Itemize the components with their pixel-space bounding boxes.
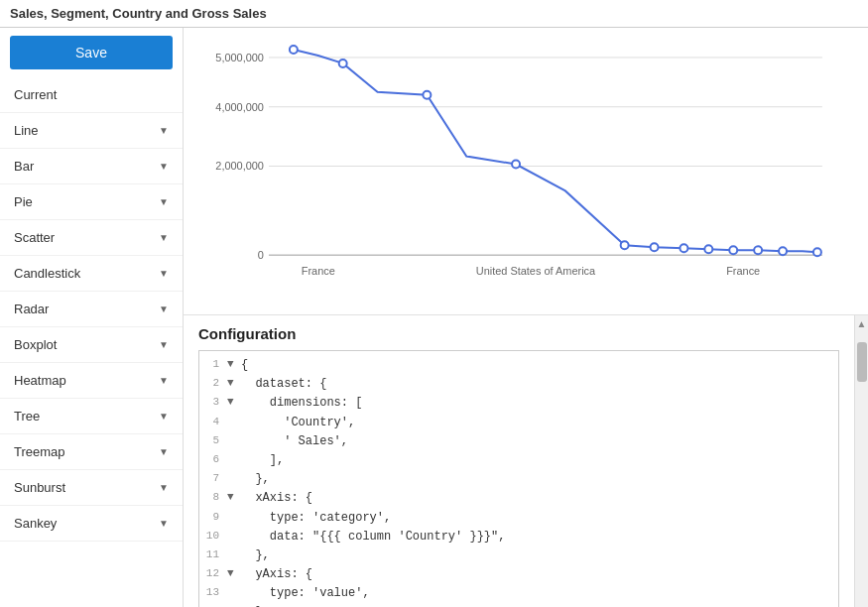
sidebar-item-label: Treemap [14,444,65,459]
svg-text:2,000,000: 2,000,000 [215,161,264,173]
sidebar-item-bar[interactable]: Bar▼ [0,149,183,184]
chevron-down-icon: ▼ [159,161,169,172]
chevron-down-icon: ▼ [159,196,169,207]
config-title: Configuration [198,325,839,342]
svg-point-15 [512,161,520,169]
sidebar-item-tree[interactable]: Tree▼ [0,399,183,434]
sidebar-item-label: Bar [14,159,34,174]
line-content: }, [241,546,270,565]
svg-text:France: France [302,265,335,277]
svg-point-20 [729,246,737,254]
chart-svg: 5,000,000 4,000,000 2,000,000 0 France U… [193,38,858,304]
sidebar-items: CurrentLine▼Bar▼Pie▼Scatter▼Candlestick▼… [0,77,183,542]
line-arrow[interactable]: ▼ [227,489,241,507]
line-content: }, [241,603,270,607]
line-content: { [241,356,248,375]
sidebar-item-label: Candlestick [14,266,80,281]
chevron-down-icon: ▼ [159,268,169,279]
svg-text:5,000,000: 5,000,000 [215,52,264,63]
line-number: 1 [199,356,227,374]
save-button[interactable]: Save [10,36,173,69]
line-arrow[interactable]: ▼ [227,565,241,583]
line-content: xAxis: { [241,489,312,508]
code-line: 7 }, [199,470,838,489]
sidebar-item-heatmap[interactable]: Heatmap▼ [0,363,183,399]
scrollbar-thumb[interactable] [857,342,867,382]
code-line: 4 'Country', [199,414,838,432]
main-layout: Save CurrentLine▼Bar▼Pie▼Scatter▼Candles… [0,28,868,607]
line-number: 13 [199,584,227,602]
sidebar-item-current[interactable]: Current [0,77,183,113]
sidebar-item-label: Scatter [14,230,55,245]
line-arrow[interactable]: ▼ [227,394,241,412]
line-arrow[interactable]: ▼ [227,356,241,374]
sidebar-item-label: Line [14,123,39,138]
line-number: 12 [199,565,227,583]
sidebar-item-radar[interactable]: Radar▼ [0,292,183,327]
svg-point-18 [680,244,687,252]
svg-text:4,000,000: 4,000,000 [215,101,264,113]
line-content: dimensions: [ [241,394,362,413]
sidebar-item-label: Sunburst [14,480,65,495]
page-title: Sales, Segment, Country and Gross Sales [10,6,267,21]
chevron-down-icon: ▼ [159,375,169,386]
line-content: ' Sales', [241,432,348,451]
sidebar-item-sankey[interactable]: Sankey▼ [0,506,183,542]
code-line: 5 ' Sales', [199,432,838,451]
chevron-down-icon: ▼ [159,232,169,243]
content-area: 5,000,000 4,000,000 2,000,000 0 France U… [184,28,868,607]
chart-wrapper: 5,000,000 4,000,000 2,000,000 0 France U… [184,28,868,315]
sidebar-item-scatter[interactable]: Scatter▼ [0,220,183,256]
svg-point-23 [813,248,821,256]
code-line: 9 type: 'category', [199,509,838,528]
line-number: 5 [199,432,227,450]
svg-text:United States of America: United States of America [476,265,596,277]
right-scrollbar: ▲ [854,315,868,607]
line-arrow[interactable]: ▼ [227,375,241,393]
chevron-down-icon: ▼ [159,125,169,136]
sidebar-item-sunburst[interactable]: Sunburst▼ [0,470,183,506]
sidebar-item-candlestick[interactable]: Candlestick▼ [0,256,183,292]
line-number: 2 [199,375,227,393]
bottom-area: Configuration 1▼{2▼ dataset: {3▼ dimensi… [184,315,868,607]
line-content: yAxis: { [241,565,312,584]
sidebar-item-label: Sankey [14,516,57,531]
code-line: 3▼ dimensions: [ [199,394,838,413]
svg-text:France: France [726,265,760,277]
chevron-down-icon: ▼ [159,482,169,493]
code-block: 1▼{2▼ dataset: {3▼ dimensions: [4 'Count… [198,350,839,607]
sidebar-item-boxplot[interactable]: Boxplot▼ [0,327,183,363]
svg-text:0: 0 [258,249,264,261]
code-line: 13 type: 'value', [199,584,838,603]
chevron-down-icon: ▼ [159,339,169,350]
sidebar-item-label: Pie [14,194,33,209]
sidebar-item-pie[interactable]: Pie▼ [0,184,183,220]
svg-point-22 [779,247,787,255]
line-content: type: 'value', [241,584,370,603]
line-number: 7 [199,470,227,488]
line-number: 11 [199,546,227,564]
code-line: 12▼ yAxis: { [199,565,838,584]
line-content: dataset: { [241,375,326,394]
svg-point-14 [423,91,431,99]
sidebar-item-line[interactable]: Line▼ [0,113,183,149]
line-content: 'Country', [241,414,355,432]
config-area: Configuration 1▼{2▼ dataset: {3▼ dimensi… [184,315,854,607]
sidebar-item-label: Radar [14,302,49,316]
line-content: }, [241,470,270,489]
sidebar-item-label: Boxplot [14,337,57,352]
svg-point-21 [754,246,762,254]
line-number: 6 [199,451,227,469]
sidebar-item-treemap[interactable]: Treemap▼ [0,434,183,470]
code-line: 10 data: "{{{ column 'Country' }}}", [199,528,838,546]
sidebar-item-label: Tree [14,409,40,424]
svg-point-16 [621,241,629,249]
line-number: 3 [199,394,227,412]
chevron-down-icon: ▼ [159,411,169,422]
scroll-up-arrow[interactable]: ▲ [857,315,867,332]
svg-point-13 [339,60,347,67]
title-bar: Sales, Segment, Country and Gross Sales [0,0,868,28]
chevron-down-icon: ▼ [159,304,169,314]
line-number: 9 [199,509,227,527]
chevron-down-icon: ▼ [159,518,169,529]
